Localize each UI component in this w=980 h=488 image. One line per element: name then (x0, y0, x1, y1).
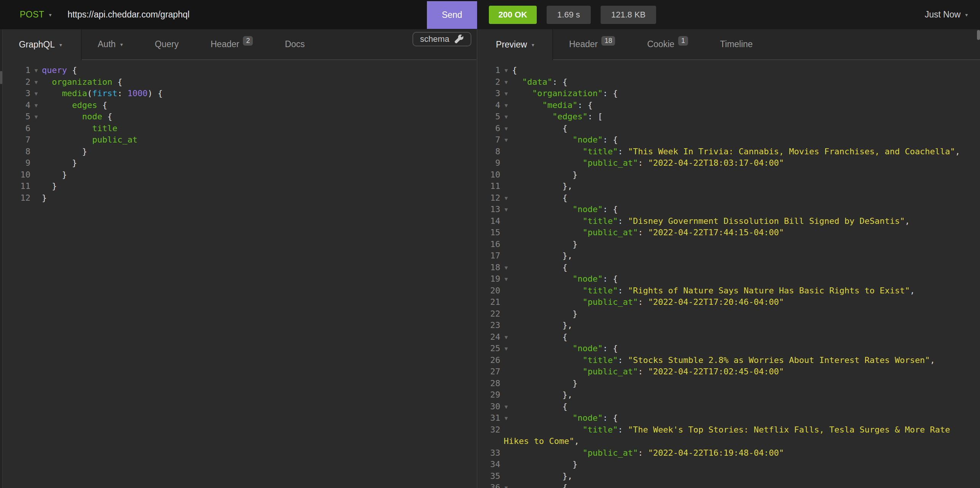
method-dropdown[interactable]: POST (20, 10, 45, 20)
fold-arrow-icon[interactable]: ▾ (30, 88, 42, 100)
code-text: "title": "Disney Government Dissolution … (512, 216, 910, 227)
tab-header[interactable]: Header18 (553, 29, 631, 59)
code-line: 5▾ node { (0, 111, 476, 123)
drag-handle[interactable] (0, 71, 2, 84)
code-text: media(first: 1000) { (42, 88, 163, 100)
code-text: "title": "The Week's Top Stories: Netfli… (512, 424, 955, 436)
schema-button[interactable]: schema (412, 32, 471, 46)
fold-arrow-icon[interactable]: ▾ (30, 76, 42, 88)
code-text: organization { (42, 76, 123, 88)
tab-cookie[interactable]: Cookie1 (631, 29, 704, 59)
request-pane: GraphQL▾Auth▾QueryHeader2Docs 1▾query {2… (0, 29, 476, 488)
code-line: 25▾ "node": { (478, 343, 980, 354)
line-number: 13 (478, 204, 500, 216)
fold-arrow-icon[interactable]: ▾ (30, 111, 42, 123)
tab-auth[interactable]: Auth▾ (82, 29, 139, 59)
code-line: 9 } (0, 157, 476, 169)
fold-arrow-icon[interactable]: ▾ (500, 123, 512, 135)
code-text: edges { (42, 100, 107, 111)
tab-docs[interactable]: Docs (269, 29, 320, 59)
code-text: "media": { (512, 100, 593, 111)
fold-gutter (500, 216, 512, 227)
code-line: 34 } (478, 459, 980, 471)
line-number: 3 (0, 88, 30, 100)
line-number: 31 (478, 412, 500, 424)
code-line: 33 "public_at": "2022-04-22T16:19:48-04:… (478, 447, 980, 459)
fold-arrow-icon[interactable]: ▾ (500, 88, 512, 100)
fold-arrow-icon[interactable]: ▾ (500, 100, 512, 111)
chevron-down-icon: ▾ (965, 12, 968, 18)
tab-preview[interactable]: Preview▾ (478, 29, 553, 60)
graphql-query-editor[interactable]: 1▾query {2▾ organization {3▾ media(first… (0, 60, 476, 488)
fold-arrow-icon[interactable]: ▾ (500, 412, 512, 424)
send-button[interactable]: Send (427, 1, 477, 29)
code-text: } (512, 169, 578, 181)
code-text: { (512, 401, 568, 413)
line-number: 11 (478, 181, 500, 192)
wrench-icon (454, 34, 464, 44)
fold-arrow-icon[interactable]: ▾ (500, 76, 512, 88)
code-text: { (512, 123, 568, 135)
request-tabbar: GraphQL▾Auth▾QueryHeader2Docs (0, 29, 476, 60)
scrollbar-thumb[interactable] (977, 30, 980, 40)
fold-arrow-icon[interactable]: ▾ (500, 343, 512, 354)
fold-gutter (500, 250, 512, 262)
fold-gutter (500, 308, 512, 320)
fold-arrow-icon[interactable]: ▾ (500, 331, 512, 343)
fold-gutter (500, 459, 512, 471)
code-text: query { (42, 65, 77, 76)
code-line: 18▾ { (478, 262, 980, 273)
fold-arrow-icon[interactable]: ▾ (500, 262, 512, 273)
line-number: 5 (0, 111, 30, 123)
code-text: "node": { (512, 343, 618, 354)
history-dropdown[interactable]: Just Now ▾ (924, 10, 968, 20)
fold-gutter (500, 447, 512, 459)
code-text: "title": "This Week In Trivia: Cannabis,… (512, 146, 960, 158)
code-text: } (42, 157, 77, 169)
code-line: 32 "title": "The Week's Top Stories: Net… (478, 424, 980, 436)
code-text: } (42, 146, 87, 158)
line-number: 30 (478, 401, 500, 413)
fold-arrow-icon[interactable]: ▾ (500, 65, 512, 76)
api-client-window: POST ▾ https://api.cheddar.com/graphql S… (0, 0, 980, 488)
fold-arrow-icon[interactable]: ▾ (500, 204, 512, 216)
code-line: 2▾ organization { (0, 76, 476, 88)
code-line: 14 "title": "Disney Government Dissoluti… (478, 216, 980, 227)
tab-header[interactable]: Header2 (195, 29, 269, 59)
fold-arrow-icon[interactable]: ▾ (500, 111, 512, 123)
code-text: "public_at": "2022-04-22T18:03:17-04:00" (512, 157, 784, 169)
fold-gutter (500, 424, 512, 436)
fold-arrow-icon[interactable]: ▾ (30, 100, 42, 111)
line-number: 24 (478, 331, 500, 343)
line-number: 20 (478, 285, 500, 297)
tab-label: Preview (496, 40, 527, 50)
size-badge: 121.8 KB (601, 6, 657, 24)
fold-arrow-icon[interactable]: ▾ (500, 192, 512, 204)
tab-graphql[interactable]: GraphQL▾ (0, 29, 82, 60)
fold-arrow-icon[interactable]: ▾ (30, 65, 42, 76)
code-line: 31▾ "node": { (478, 412, 980, 424)
code-text: } (512, 308, 578, 320)
line-number: 2 (478, 76, 500, 88)
tab-timeline[interactable]: Timeline (704, 29, 768, 59)
code-text: "node": { (512, 273, 618, 285)
line-number (478, 436, 500, 447)
fold-gutter (30, 123, 42, 135)
response-preview-editor[interactable]: 1▾{2▾ "data": {3▾ "organization": {4▾ "m… (478, 60, 980, 488)
fold-gutter (500, 378, 512, 389)
response-pane: Preview▾Header18Cookie1Timeline 1▾{2▾ "d… (478, 29, 980, 488)
code-text: { (512, 262, 568, 273)
line-number: 29 (478, 389, 500, 401)
fold-arrow-icon[interactable]: ▾ (500, 401, 512, 413)
fold-arrow-icon[interactable]: ▾ (500, 482, 512, 488)
url-bar[interactable]: POST ▾ https://api.cheddar.com/graphql (0, 0, 427, 29)
fold-gutter (500, 320, 512, 331)
chevron-down-icon: ▾ (120, 41, 123, 48)
fold-arrow-icon[interactable]: ▾ (500, 273, 512, 285)
fold-arrow-icon[interactable]: ▾ (500, 134, 512, 146)
code-line: 7 public_at (0, 134, 476, 146)
url-input[interactable]: https://api.cheddar.com/graphql (68, 10, 190, 20)
tab-count-badge: 2 (243, 36, 253, 46)
tab-query[interactable]: Query (139, 29, 195, 59)
code-text: "edges": [ (512, 111, 603, 123)
